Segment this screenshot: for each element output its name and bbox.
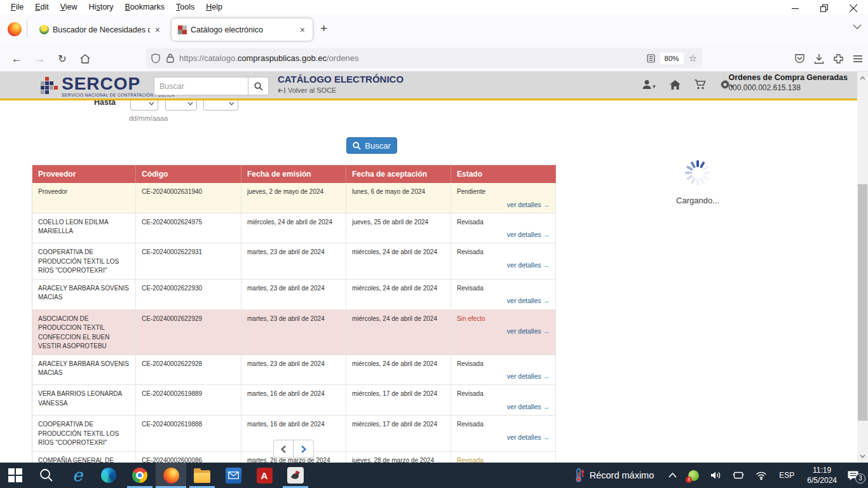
page-scrollbar[interactable]: [857, 72, 868, 463]
buscar-button[interactable]: Buscar: [346, 137, 397, 154]
shield-icon[interactable]: [151, 53, 160, 64]
ver-detalles-link[interactable]: ver detalles: [507, 327, 541, 335]
wifi-tray-icon[interactable]: [756, 471, 767, 480]
chrome-taskbar-icon[interactable]: [125, 463, 155, 488]
home-link[interactable]: [670, 80, 681, 90]
cell-fecha-emision: martes, 23 de abril de 2024: [241, 355, 346, 385]
language-indicator[interactable]: ESP: [779, 471, 794, 480]
date-month-select[interactable]: [165, 100, 197, 111]
date-format-hint: dd/mm/aaaa: [129, 114, 168, 122]
date-day-select[interactable]: [130, 100, 158, 111]
header-search-input[interactable]: [154, 77, 248, 95]
browser-nav-bar: ← → ↻ https://catalogo.compraspublicas.g…: [0, 44, 868, 72]
menu-item-view[interactable]: View: [55, 3, 83, 11]
arrow-right-icon: →: [543, 231, 550, 238]
cell-estado: Revisadaver detalles→: [451, 451, 556, 463]
edge-taskbar-icon[interactable]: [93, 463, 124, 488]
file-explorer-taskbar-icon[interactable]: [187, 463, 217, 488]
mail-taskbar-icon[interactable]: [218, 463, 248, 488]
user-menu-button[interactable]: ▾: [642, 79, 656, 90]
cell-estado: Revisadaver detalles→: [451, 243, 556, 280]
reload-button[interactable]: ↻: [53, 50, 71, 67]
next-page-button[interactable]: [294, 440, 314, 458]
tab-close-icon[interactable]: ×: [154, 25, 161, 35]
tray-expand-chevron[interactable]: [668, 473, 677, 478]
antivirus-icon: !: [688, 470, 699, 481]
scroll-up-arrow[interactable]: [857, 73, 868, 83]
chevron-down-icon: [229, 102, 234, 105]
ie-icon: e: [72, 468, 83, 483]
menu-item-file[interactable]: File: [5, 3, 29, 11]
spinner-icon: [684, 159, 712, 187]
forward-button[interactable]: →: [31, 50, 48, 67]
windows-logo-icon: [8, 468, 22, 482]
ver-detalles-link[interactable]: ver detalles: [507, 433, 541, 441]
tab-buscador-necesidades[interactable]: Buscador de Necesidades de Co ×: [33, 18, 168, 41]
menu-item-history[interactable]: History: [83, 3, 119, 11]
menu-item-tools[interactable]: Tools: [170, 3, 200, 11]
taskbar-search-button[interactable]: [31, 463, 62, 488]
scroll-down-arrow[interactable]: [857, 451, 868, 461]
ver-detalles-link[interactable]: ver detalles: [507, 201, 541, 208]
ver-detalles-link[interactable]: ver detalles: [507, 261, 541, 269]
list-tabs-chevron-icon[interactable]: [853, 24, 862, 29]
firefox-taskbar-icon[interactable]: [156, 463, 186, 488]
action-center-button[interactable]: 3: [847, 470, 859, 481]
tab-catalogo-electronico[interactable]: Catálogo electrónico ×: [172, 18, 313, 41]
start-button[interactable]: [0, 463, 31, 488]
return-icon: [278, 87, 285, 94]
weather-widget[interactable]: Récord máximo: [576, 468, 654, 482]
home-button[interactable]: [76, 50, 94, 67]
extensions-icon[interactable]: [833, 53, 844, 64]
ver-detalles-link[interactable]: ver detalles: [507, 231, 541, 238]
tab-title: Buscador de Necesidades de Co: [53, 25, 150, 34]
cell-codigo: CE-20240002624975: [136, 213, 241, 243]
cart-button[interactable]: [695, 79, 706, 90]
menu-item-bookmarks[interactable]: Bookmarks: [119, 3, 171, 11]
ver-detalles-link[interactable]: ver detalles: [507, 297, 541, 304]
prev-page-button[interactable]: [273, 440, 294, 458]
table-row: ARACELY BARBARA SOVENIS MACIASCE-2024000…: [32, 355, 556, 385]
taskbar-clock[interactable]: 11:19 6/5/2024: [807, 465, 837, 485]
chevron-left-icon: [281, 445, 286, 453]
tab-title: Catálogo electrónico: [191, 25, 295, 34]
cell-fecha-aceptacion: miércoles, 17 de abril de 2024: [346, 385, 451, 416]
ver-detalles-link[interactable]: ver detalles: [507, 372, 541, 380]
new-tab-button[interactable]: +: [320, 22, 327, 36]
acrobat-taskbar-icon[interactable]: A: [249, 463, 280, 488]
page-content: Hasta dd/mm/aaaa Buscar Proveedor Código…: [0, 100, 857, 463]
status-label: Pendiente: [457, 187, 550, 197]
antivirus-tray-icon[interactable]: !: [688, 470, 699, 481]
hasta-label: Hasta: [94, 100, 116, 107]
scrollbar-thumb[interactable]: [858, 184, 867, 421]
orders-table: Proveedor Código Fecha de emisión Fecha …: [32, 165, 556, 463]
lock-icon[interactable]: [166, 53, 174, 63]
zoom-level-badge[interactable]: 80%: [660, 53, 684, 64]
clock-time: 11:19: [807, 465, 837, 475]
header-search-button[interactable]: [248, 77, 269, 95]
reader-mode-icon[interactable]: [647, 54, 655, 63]
chevron-down-icon: [149, 102, 154, 105]
pocket-icon[interactable]: [794, 53, 805, 64]
tab-close-icon[interactable]: ×: [299, 25, 306, 35]
menu-item-help[interactable]: Help: [200, 3, 228, 11]
connect-display-tray-icon[interactable]: [733, 471, 744, 480]
ver-detalles-link[interactable]: ver detalles: [507, 403, 541, 410]
downloads-icon[interactable]: [814, 53, 824, 64]
internet-explorer-taskbar-icon[interactable]: e: [62, 463, 93, 488]
bookmark-star-icon[interactable]: ☆: [689, 53, 697, 64]
volver-soce-link[interactable]: Volver al SOCE: [288, 86, 336, 94]
recorder-app-taskbar-icon[interactable]: [280, 463, 311, 488]
hamburger-menu-icon[interactable]: [853, 55, 863, 63]
cell-estado: Pendientever detalles→: [451, 183, 556, 213]
table-row: COOPERATIVA DE PRODUCCIÓN TEXTIL LOS RÍO…: [32, 243, 556, 280]
back-button[interactable]: ←: [8, 50, 25, 67]
cell-codigo: CE-20240002619889: [136, 385, 241, 416]
volume-tray-icon[interactable]: [710, 471, 721, 480]
url-bar[interactable]: https://catalogo.compraspublicas.gob.ec/…: [146, 48, 702, 68]
orders-generated-title: Ordenes de Compra Generadas: [728, 73, 848, 82]
table-row: COELLO LEON EDILMA MARIELLLACE-202400026…: [32, 213, 556, 243]
mail-icon: [226, 468, 241, 484]
menu-item-edit[interactable]: Edit: [29, 3, 55, 11]
date-year-select[interactable]: [203, 100, 238, 111]
